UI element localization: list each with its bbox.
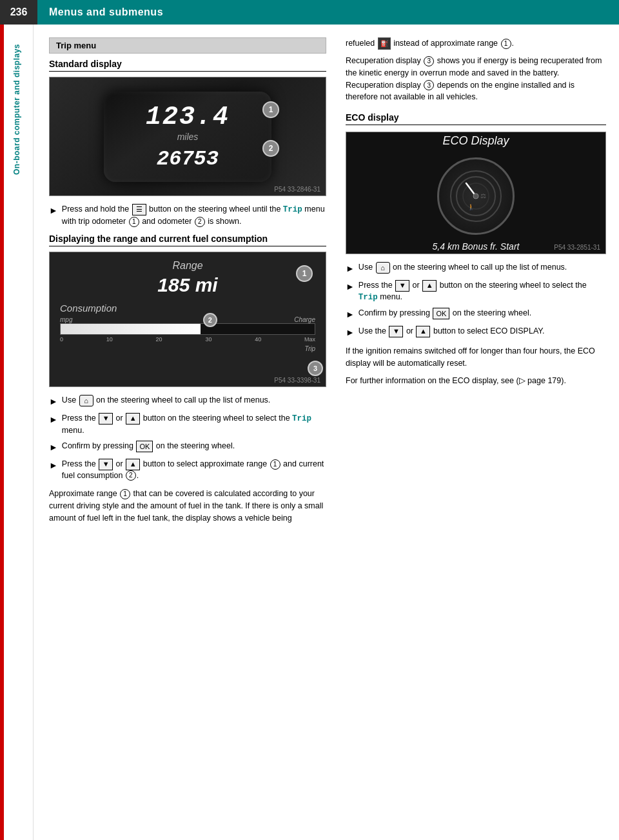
fuel-instr-2: ► Press the ▼ or ▲ button on the steerin…: [49, 413, 326, 436]
page-number: 236: [0, 0, 37, 25]
fuel-display-image: Range 185 mi 1 Consumption mpg Charge: [49, 252, 326, 387]
image-caption-fuel: P54 33-3398-31: [274, 377, 320, 384]
eco-instr-2: ► Press the ▼ or ▲ button on the steerin…: [346, 280, 606, 304]
gauge-scale-labels: 0 10 20 30 40 Max: [60, 336, 315, 343]
standard-display-image: 123.4 miles 26753 1 2 P54 33-2846-31: [49, 77, 326, 196]
eco-instr-1-text: Use ⌂ on the steering wheel to call up t…: [359, 262, 567, 274]
eco-gauge-inner: ⚖ 🚶: [450, 170, 502, 222]
range-badge-2: 2: [203, 313, 217, 327]
gauge-10: 10: [106, 336, 113, 343]
range-value: 185 mi: [157, 274, 217, 296]
fuel-section-title: Displaying the range and current fuel co…: [49, 234, 326, 246]
recup-circle-3-2: 3: [424, 80, 434, 90]
gauge-fill: [61, 324, 201, 334]
bullet-arrow-e3: ►: [346, 308, 355, 321]
eco-caption: P54 33-2851-31: [554, 244, 600, 251]
gauge-20: 20: [156, 336, 162, 343]
sidebar: On-board computer and displays: [0, 25, 34, 840]
ignition-para: If the ignition remains switched off for…: [346, 345, 606, 370]
eco-instr-2-text: Press the ▼ or ▲ button on the steering …: [359, 280, 606, 304]
up-btn-f4: ▲: [126, 459, 140, 470]
further-para: For further information on the ECO displ…: [346, 375, 606, 387]
trip-label-e2: Trip: [359, 293, 378, 302]
instruction-1-text: Press and hold the ☰ button on the steer…: [62, 204, 326, 227]
gauge-0: 0: [60, 336, 63, 343]
eco-instr-4: ► Use the ▼ or ▲ button to select ECO DI…: [346, 326, 606, 339]
ok-btn-e3: OK: [433, 308, 449, 319]
eco-instr-3: ► Confirm by pressing OK on the steering…: [346, 308, 606, 321]
trip-odometer-value: 123.4: [146, 103, 230, 132]
approx-range-para: Approximate range 1 that can be covered …: [49, 488, 326, 524]
trip-display: 123.4 miles 26753 1 2: [50, 77, 326, 195]
trip-unit: miles: [177, 132, 199, 142]
section-box-trip: Trip menu: [49, 37, 326, 54]
consumption-header-row: mpg Charge: [60, 316, 315, 323]
circle-1: 1: [129, 217, 139, 227]
bullet-arrow-f1: ►: [49, 395, 58, 408]
fuel-instr-2-text: Press the ▼ or ▲ button on the steering …: [62, 413, 326, 436]
fuel-instr-1-text: Use ⌂ on the steering wheel to call up t…: [62, 395, 270, 406]
ok-btn-f3: OK: [136, 441, 153, 452]
fuel-instr-3: ► Confirm by pressing OK on the steering…: [49, 441, 326, 454]
range-badge-1: 1: [296, 265, 313, 282]
eco-gauge: ⚖ 🚶: [437, 157, 515, 235]
badge-2: 2: [262, 140, 279, 157]
approx-circle-1: 1: [120, 489, 130, 499]
down-btn-e2: ▼: [395, 280, 409, 292]
home-btn-e1[interactable]: ⌂: [376, 262, 390, 274]
eco-section-title: ECO display: [346, 112, 606, 125]
instruction-1: ► Press and hold the ☰ button on the ste…: [49, 204, 326, 227]
eco-gauge-svg: ⚖ 🚶: [453, 174, 498, 219]
recuperation-para: Recuperation display 3 shows you if ener…: [346, 55, 606, 103]
down-btn-f2: ▼: [99, 413, 113, 425]
svg-point-3: [473, 194, 478, 199]
eco-bonus-text: 5,4 km Bonus fr. Start: [433, 241, 520, 252]
sidebar-label: On-board computer and displays: [12, 44, 21, 175]
trip-screen: 123.4 miles 26753 1 2: [104, 92, 271, 182]
gauge-max: Max: [304, 336, 315, 343]
consumption-label: Consumption: [60, 303, 315, 314]
svg-text:🚶: 🚶: [467, 203, 475, 211]
eco-display: ECO Display ⚖: [346, 132, 605, 254]
trip-button-icon: ☰: [132, 204, 146, 215]
range-label: Range: [172, 260, 202, 272]
bullet-arrow-e1: ►: [346, 263, 355, 275]
range-display: Range 185 mi 1 Consumption mpg Charge: [50, 252, 326, 386]
down-btn-f4: ▼: [99, 459, 113, 470]
consumption-section: Consumption mpg Charge 2 0 10 20: [60, 303, 315, 352]
eco-bottom-text: 5,4 km Bonus fr. Start: [433, 241, 520, 252]
home-btn-f1[interactable]: ⌂: [79, 395, 93, 406]
fuel-instr-4: ► Press the ▼ or ▲ button to select appr…: [49, 459, 326, 482]
eco-instr-4-text: Use the ▼ or ▲ button to select ECO DISP…: [359, 326, 545, 337]
up-btn-e2: ▲: [422, 280, 437, 292]
bullet-arrow-1: ►: [49, 205, 58, 217]
fuel-instructions-list: ► Use ⌂ on the steering wheel to call up…: [49, 395, 326, 481]
eco-display-image: ECO Display ⚖: [346, 132, 606, 254]
refueled-para: refueled ⛽ instead of approximate range …: [346, 37, 606, 50]
eco-display-title: ECO Display: [442, 134, 509, 148]
fuel-instr-1: ► Use ⌂ on the steering wheel to call up…: [49, 395, 326, 408]
eco-instr-1: ► Use ⌂ on the steering wheel to call up…: [346, 262, 606, 275]
bullet-arrow-f4: ►: [49, 459, 58, 472]
fuel-icon: ⛽: [378, 37, 391, 50]
bullet-arrow-f2: ►: [49, 414, 58, 426]
circle-f4-1: 1: [270, 459, 280, 470]
down-btn-e4: ▼: [389, 326, 403, 337]
gauge-40: 40: [255, 336, 261, 343]
circle-2: 2: [195, 217, 205, 227]
bullet-arrow-f3: ►: [49, 441, 58, 454]
odometer-value: 26753: [157, 147, 219, 171]
fuel-instr-3-text: Confirm by pressing OK on the steering w…: [62, 441, 235, 452]
standard-instructions: ► Press and hold the ☰ button on the ste…: [49, 204, 326, 227]
recup-circle-3-1: 3: [424, 56, 434, 66]
image-caption-standard: P54 33-2846-31: [274, 186, 320, 193]
left-column: Trip menu Standard display 123.4 miles 2…: [49, 37, 326, 827]
bullet-arrow-e4: ►: [346, 326, 355, 339]
charge-label: Charge: [294, 316, 315, 323]
trip-menu-label: Trip: [283, 205, 302, 214]
trip-corner-label: Trip: [305, 345, 315, 352]
header-bar: 236 Menus and submenus: [0, 0, 619, 25]
up-btn-f2: ▲: [126, 413, 140, 425]
main-content: Trip menu Standard display 123.4 miles 2…: [34, 25, 619, 840]
refueled-circle: 1: [501, 39, 511, 49]
